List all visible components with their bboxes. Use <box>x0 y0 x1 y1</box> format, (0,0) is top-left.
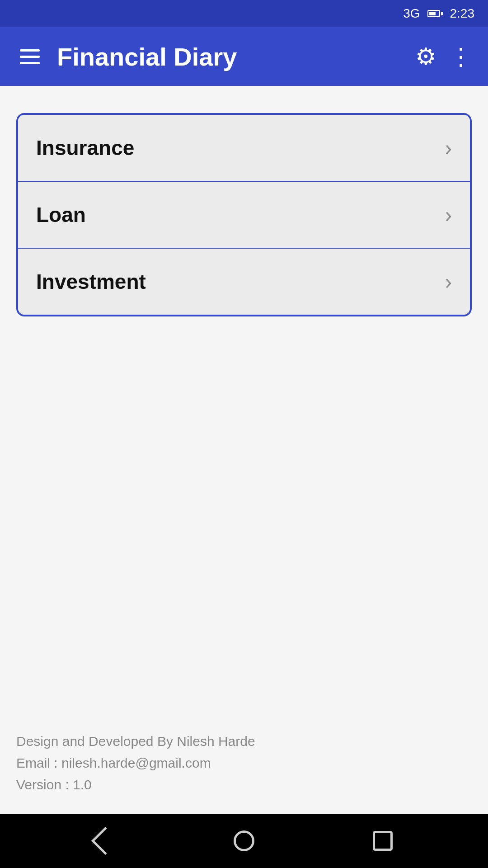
menu-item-investment[interactable]: Investment › <box>18 249 470 315</box>
toolbar-actions: ⚙ ⋮ <box>415 43 472 70</box>
settings-icon[interactable]: ⚙ <box>415 43 436 70</box>
menu-item-insurance[interactable]: Insurance › <box>18 115 470 182</box>
footer: Design and Developed By Nilesh Harde Ema… <box>16 712 472 796</box>
status-bar: 3G 2:23 <box>0 0 488 27</box>
battery-icon <box>427 10 443 17</box>
footer-email: Email : nilesh.harde@gmail.com <box>16 752 472 774</box>
main-content: Insurance › Loan › Investment › Design a… <box>0 86 488 814</box>
clock: 2:23 <box>450 6 475 21</box>
hamburger-menu-icon[interactable] <box>16 46 43 68</box>
recents-button[interactable] <box>373 831 393 851</box>
more-options-icon[interactable]: ⋮ <box>449 43 472 70</box>
footer-version: Version : 1.0 <box>16 774 472 796</box>
investment-label: Investment <box>36 269 146 294</box>
menu-item-loan[interactable]: Loan › <box>18 182 470 249</box>
home-button[interactable] <box>234 830 254 851</box>
loan-label: Loan <box>36 203 86 227</box>
insurance-arrow-icon: › <box>445 136 452 160</box>
loan-arrow-icon: › <box>445 203 452 227</box>
app-title: Financial Diary <box>57 42 415 71</box>
back-button[interactable] <box>95 831 115 851</box>
menu-card: Insurance › Loan › Investment › <box>16 113 472 316</box>
footer-developer: Design and Developed By Nilesh Harde <box>16 731 472 752</box>
bottom-nav-bar <box>0 814 488 868</box>
signal-indicator: 3G <box>403 6 420 21</box>
insurance-label: Insurance <box>36 136 134 160</box>
investment-arrow-icon: › <box>445 269 452 294</box>
toolbar: Financial Diary ⚙ ⋮ <box>0 27 488 86</box>
